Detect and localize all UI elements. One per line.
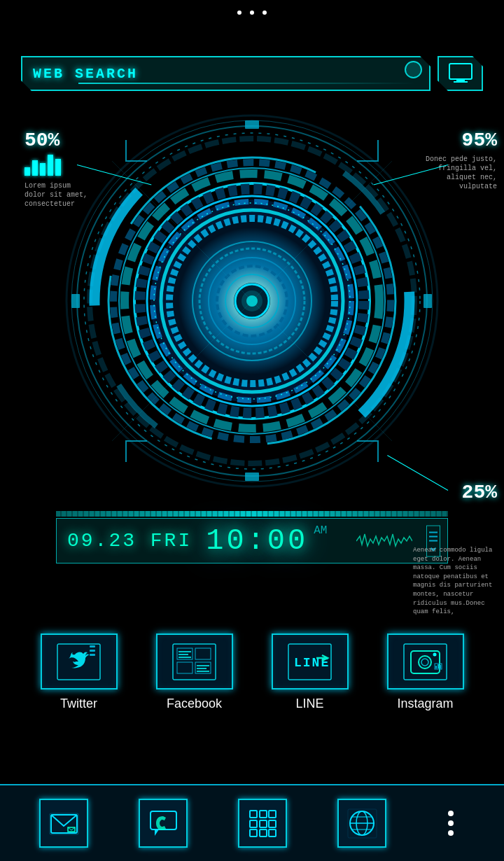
web-search-bar[interactable]: WEB SEARCH — [21, 56, 430, 91]
status-dot-1 — [237, 10, 241, 15]
svg-rect-41 — [90, 650, 95, 652]
stat-95-percent: 95% — [420, 130, 497, 151]
twitter-icon[interactable] — [41, 634, 118, 690]
search-bar-label: WEB SEARCH — [33, 66, 138, 82]
instagram-icon[interactable] — [387, 634, 464, 690]
svg-rect-46 — [195, 648, 211, 659]
more-dot-3 — [448, 830, 454, 836]
svg-rect-64 — [438, 664, 439, 668]
svg-rect-42 — [90, 654, 95, 656]
phone-icon — [148, 808, 179, 839]
nav-phone-button[interactable] — [139, 799, 188, 848]
app-item-facebook[interactable]: Facebook — [156, 634, 233, 711]
svg-rect-57 — [404, 644, 447, 680]
bar-4 — [48, 155, 53, 176]
svg-rect-77 — [260, 820, 267, 827]
bar-3 — [40, 163, 46, 176]
globe-icon — [346, 808, 378, 839]
svg-rect-43 — [173, 644, 216, 680]
svg-rect-12 — [71, 294, 80, 308]
svg-rect-76 — [250, 820, 257, 827]
bottom-nav — [0, 784, 504, 861]
svg-rect-10 — [245, 120, 259, 129]
instagram-logo — [402, 643, 448, 681]
clock-date: 09.23 FRI — [67, 530, 192, 552]
app-item-line[interactable]: LINE LINE — [272, 634, 349, 711]
svg-rect-54 — [288, 644, 331, 680]
clock-time: 10:00 — [206, 524, 308, 558]
line-icon[interactable]: LINE — [272, 634, 349, 690]
svg-rect-79 — [250, 830, 257, 836]
app-item-instagram[interactable]: Instagram — [387, 634, 464, 711]
nav-email-button[interactable] — [39, 799, 88, 848]
svg-rect-73 — [250, 811, 257, 818]
twitter-logo — [56, 643, 102, 681]
svg-rect-11 — [245, 472, 259, 481]
svg-rect-0 — [449, 64, 472, 79]
svg-rect-63 — [435, 666, 437, 668]
svg-rect-78 — [269, 820, 276, 827]
svg-text:LINE: LINE — [294, 656, 330, 670]
stat-25-container: 25% — [462, 482, 497, 503]
nav-browser-button[interactable] — [337, 799, 386, 848]
svg-rect-58 — [411, 651, 440, 673]
svg-point-59 — [419, 656, 431, 668]
svg-rect-74 — [260, 811, 267, 818]
svg-rect-45 — [177, 662, 192, 673]
bar-2 — [32, 160, 38, 176]
hud-container — [56, 105, 448, 497]
monitor-icon — [447, 59, 475, 88]
more-dot-2 — [448, 820, 454, 826]
svg-rect-39 — [57, 644, 100, 680]
svg-marker-72 — [155, 830, 159, 836]
svg-rect-65 — [440, 665, 441, 668]
more-dot-1 — [448, 811, 454, 816]
clock-ampm: AM — [314, 524, 327, 537]
stat-50-percent: 50% — [24, 130, 88, 151]
app-item-twitter[interactable]: Twitter — [41, 634, 118, 711]
search-bar-corner — [405, 61, 422, 78]
stat-95-container: 95% Donec pede justo, fringilla vel, ali… — [420, 130, 497, 191]
status-dot-2 — [250, 10, 254, 15]
svg-rect-13 — [424, 294, 432, 308]
nav-more-button[interactable] — [437, 799, 465, 848]
facebook-icon[interactable] — [156, 634, 233, 690]
search-bar-line — [78, 83, 415, 84]
svg-rect-44 — [177, 648, 192, 659]
search-bar-container: WEB SEARCH — [21, 56, 483, 91]
stat-25-percent: 25% — [462, 482, 497, 503]
svg-point-60 — [421, 659, 428, 666]
facebook-label: Facebook — [167, 696, 222, 711]
svg-rect-62 — [435, 664, 442, 669]
bar-5 — [55, 159, 61, 176]
svg-rect-47 — [195, 662, 211, 673]
line-logo: LINE — [287, 643, 332, 681]
hud-svg — [56, 105, 448, 497]
bar-1 — [24, 167, 30, 176]
status-bar — [0, 0, 504, 21]
facebook-logo — [172, 643, 217, 681]
twitter-label: Twitter — [60, 696, 97, 711]
clock-bar-top — [56, 511, 448, 517]
svg-rect-75 — [269, 811, 276, 818]
nav-apps-button[interactable] — [238, 799, 287, 848]
svg-rect-40 — [90, 645, 95, 648]
apps-grid-icon — [247, 808, 279, 839]
search-icon-button[interactable] — [438, 56, 483, 91]
clock-main: 09.23 FRI 10:00 AM — [56, 518, 448, 564]
clock-container: 09.23 FRI 10:00 AM — [56, 511, 448, 564]
svg-rect-80 — [260, 830, 267, 836]
stat-50-container: 50% Lorem ipsum dolor sit amet, consecte… — [24, 130, 88, 209]
instagram-label: Instagram — [397, 696, 453, 711]
email-icon — [48, 808, 80, 839]
stat-50-desc: Lorem ipsum dolor sit amet, consectetuer — [24, 181, 88, 209]
waveform-icon — [356, 531, 412, 552]
svg-point-61 — [433, 652, 437, 656]
apps-section: Twitter Facebook — [0, 623, 504, 722]
line-label: LINE — [295, 696, 323, 711]
stat-95-desc: Donec pede justo, fringilla vel, aliquet… — [420, 155, 497, 191]
status-dot-3 — [262, 10, 267, 15]
text-panel-content: Aenean commodo ligula eget dolor. Aenean… — [413, 547, 492, 615]
text-panel: Aenean commodo ligula eget dolor. Aenean… — [413, 546, 497, 617]
svg-rect-81 — [269, 830, 276, 836]
